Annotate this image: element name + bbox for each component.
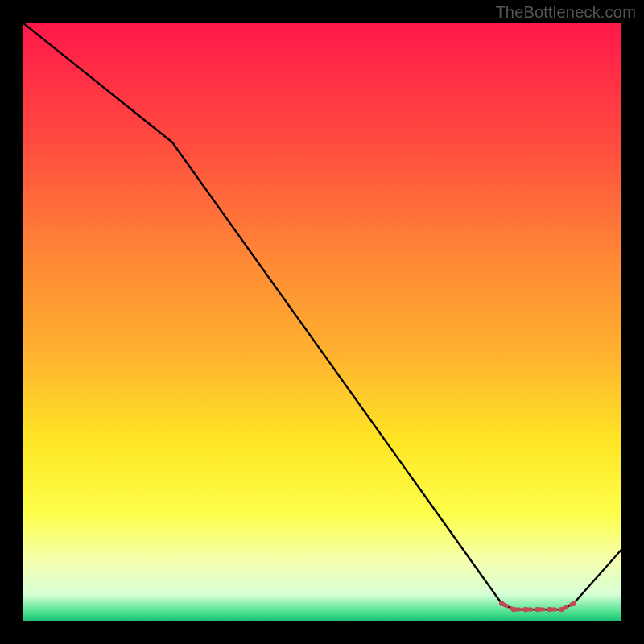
marker-dot	[571, 601, 576, 605]
marker-dot	[511, 607, 516, 612]
watermark-label: TheBottleneck.com	[495, 3, 636, 22]
line-chart	[23, 23, 621, 621]
chart-frame: TheBottleneck.com	[0, 0, 644, 644]
marker-dot	[499, 601, 504, 605]
marker-dot	[535, 607, 540, 612]
marker-dot	[547, 607, 552, 612]
gradient-background	[23, 23, 621, 621]
marker-dot	[559, 607, 564, 612]
plot-area	[23, 23, 621, 621]
marker-dot	[523, 607, 528, 612]
